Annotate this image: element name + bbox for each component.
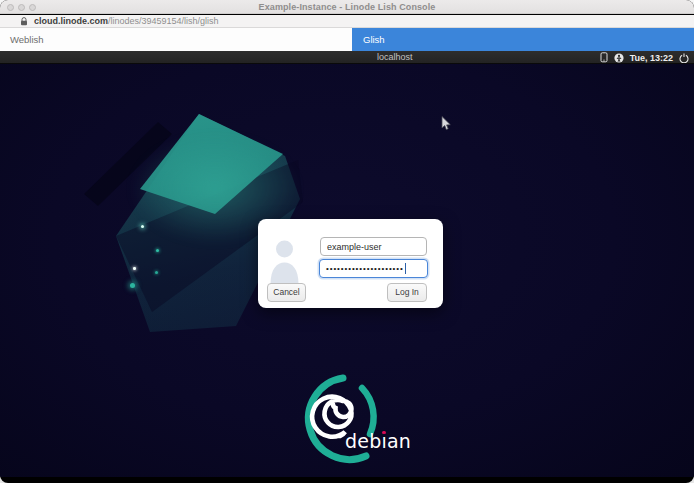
password-mask: ••••••••••••••••••••• [326,260,404,277]
wordmark-part: deb [345,430,381,452]
login-button[interactable]: Log In [387,283,427,302]
url-domain: cloud.linode.com [34,16,108,26]
clock-label[interactable]: Tue, 13:22 [630,53,673,63]
wallpaper-speck [130,283,135,288]
wallpaper-speck [133,267,136,270]
gnome-top-bar: localhost Tue, 13:22 [0,51,694,64]
address-bar[interactable]: cloud.linode.com/linodes/39459154/lish/g… [0,15,694,28]
wallpaper-speck [141,225,144,228]
wordmark-i-dot [382,431,385,434]
macos-titlebar: Example-Instance - Linode Lish Console [0,0,694,14]
url-path: /linodes/39459154/lish/glish [108,16,219,26]
password-input[interactable]: ••••••••••••••••••••• [319,259,428,278]
gdm-login-dialog: ••••••••••••••••••••• Cancel Log In [258,219,443,308]
wallpaper-speck [155,271,158,274]
window-title: Example-Instance - Linode Lish Console [0,0,694,14]
text-caret [405,263,406,274]
hostname-label[interactable]: localhost [377,51,413,64]
debian-wordmark: debıan [345,430,411,452]
username-input[interactable] [320,237,427,256]
browser-window: Example-Instance - Linode Lish Console c… [0,0,694,483]
cancel-button[interactable]: Cancel [267,283,306,302]
wallpaper-speck [156,249,159,252]
debian-swirl-icon [283,370,423,470]
wordmark-part: an [387,430,411,452]
mouse-cursor-icon [441,116,453,136]
lish-tab-bar: Weblish Glish [0,28,694,51]
tab-weblish[interactable]: Weblish [0,28,352,51]
url-text[interactable]: cloud.linode.com/linodes/39459154/lish/g… [34,16,219,26]
wordmark-i: ı [381,430,386,452]
padlock-icon [20,17,28,26]
tab-glish[interactable]: Glish [352,28,694,51]
user-avatar [269,238,300,289]
gnome-status-area: Tue, 13:22 [600,51,689,64]
glish-console-screen[interactable]: ••••••••••••••••••••• Cancel Log In debı… [0,64,694,477]
debian-logo: debıan [283,370,423,470]
